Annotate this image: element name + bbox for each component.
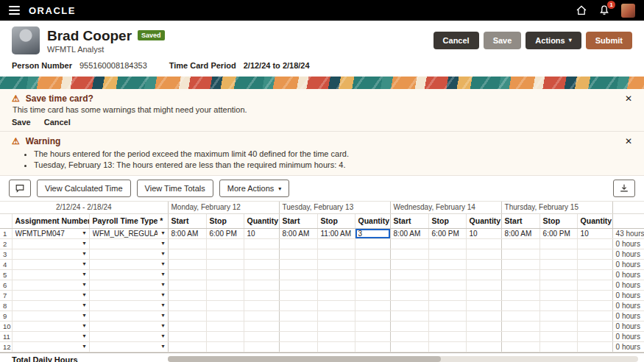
quantity-cell[interactable] xyxy=(244,259,279,269)
start-cell[interactable] xyxy=(168,290,206,300)
stop-cell[interactable] xyxy=(539,321,577,331)
start-cell[interactable] xyxy=(168,300,206,310)
start-cell[interactable] xyxy=(501,269,539,280)
stop-cell[interactable] xyxy=(428,300,466,310)
quantity-cell[interactable] xyxy=(244,321,279,331)
quantity-cell[interactable] xyxy=(577,259,612,269)
stop-cell[interactable]: 6:00 PM xyxy=(539,228,577,238)
quantity-cell[interactable] xyxy=(466,238,501,249)
comments-button[interactable] xyxy=(9,180,31,197)
dropdown-caret-icon[interactable]: ▾ xyxy=(82,271,85,277)
stop-cell[interactable] xyxy=(206,300,244,310)
payroll-time-type-cell[interactable]: ▾ xyxy=(89,238,168,249)
stop-cell[interactable] xyxy=(206,341,244,352)
start-cell[interactable] xyxy=(390,249,428,259)
home-button[interactable] xyxy=(576,4,587,16)
start-cell[interactable] xyxy=(390,341,428,352)
payroll-time-type-cell[interactable]: ▾ xyxy=(89,321,168,331)
quantity-cell[interactable] xyxy=(355,300,390,310)
dropdown-caret-icon[interactable]: ▾ xyxy=(162,312,165,319)
stop-cell[interactable]: 6:00 PM xyxy=(206,228,244,238)
quantity-cell[interactable] xyxy=(355,310,390,321)
quantity-cell[interactable] xyxy=(466,290,501,300)
user-avatar[interactable] xyxy=(621,4,635,18)
view-calculated-time-button[interactable]: View Calculated Time xyxy=(37,180,131,197)
quantity-cell[interactable] xyxy=(577,310,612,321)
start-cell[interactable] xyxy=(390,290,428,300)
payroll-time-type-cell[interactable]: ▾ xyxy=(89,331,168,341)
stop-cell[interactable]: 6:00 PM xyxy=(428,228,466,238)
payroll-time-type-cell[interactable]: ▾ xyxy=(89,280,168,290)
stop-cell[interactable] xyxy=(428,341,466,352)
stop-cell[interactable] xyxy=(206,249,244,259)
stop-cell[interactable] xyxy=(428,290,466,300)
stop-cell[interactable] xyxy=(539,331,577,341)
stop-cell[interactable] xyxy=(539,300,577,310)
stop-cell[interactable] xyxy=(317,331,355,341)
quantity-cell[interactable] xyxy=(244,238,279,249)
stop-cell[interactable] xyxy=(539,280,577,290)
dropdown-caret-icon[interactable]: ▾ xyxy=(82,240,85,246)
stop-cell[interactable] xyxy=(317,269,355,280)
start-cell[interactable] xyxy=(501,310,539,321)
stop-cell[interactable] xyxy=(206,238,244,249)
quantity-cell[interactable] xyxy=(355,321,390,331)
quantity-cell[interactable] xyxy=(577,280,612,290)
save-button[interactable]: Save xyxy=(484,32,522,49)
dropdown-caret-icon[interactable]: ▾ xyxy=(82,322,85,329)
assignment-number-cell[interactable]: ▾ xyxy=(12,300,89,310)
dropdown-caret-icon[interactable]: ▾ xyxy=(82,250,85,257)
quantity-cell[interactable] xyxy=(244,310,279,321)
quantity-cell[interactable] xyxy=(355,259,390,269)
quantity-cell[interactable] xyxy=(466,321,501,331)
start-cell[interactable] xyxy=(501,300,539,310)
quantity-cell[interactable] xyxy=(577,290,612,300)
start-cell[interactable] xyxy=(279,269,317,280)
stop-cell[interactable] xyxy=(428,238,466,249)
start-cell[interactable] xyxy=(279,341,317,352)
scrollbar-thumb[interactable] xyxy=(168,356,441,362)
stop-cell[interactable] xyxy=(317,280,355,290)
assignment-number-cell[interactable]: ▾ xyxy=(12,341,89,352)
quantity-cell[interactable]: 3 xyxy=(355,228,390,238)
stop-cell[interactable] xyxy=(428,259,466,269)
start-cell[interactable] xyxy=(168,331,206,341)
quantity-cell[interactable] xyxy=(244,290,279,300)
start-cell[interactable]: 8:00 AM xyxy=(279,228,317,238)
close-icon[interactable]: ✕ xyxy=(625,136,632,146)
banner-save-link[interactable]: Save xyxy=(12,118,31,127)
start-cell[interactable] xyxy=(168,341,206,352)
quantity-cell[interactable]: 10 xyxy=(466,228,501,238)
quantity-cell[interactable] xyxy=(466,249,501,259)
start-cell[interactable] xyxy=(279,300,317,310)
assignment-number-cell[interactable]: ▾ xyxy=(12,290,89,300)
start-cell[interactable] xyxy=(279,310,317,321)
dropdown-caret-icon[interactable]: ▾ xyxy=(162,260,165,267)
stop-cell[interactable] xyxy=(428,280,466,290)
stop-cell[interactable] xyxy=(317,300,355,310)
download-button[interactable] xyxy=(613,180,635,197)
dropdown-caret-icon[interactable]: ▾ xyxy=(162,240,165,246)
dropdown-caret-icon[interactable]: ▾ xyxy=(162,333,165,339)
dropdown-caret-icon[interactable]: ▾ xyxy=(162,281,165,288)
start-cell[interactable]: 8:00 AM xyxy=(501,228,539,238)
close-icon[interactable]: ✕ xyxy=(625,93,632,104)
payroll-time-type-cell[interactable]: ▾ xyxy=(89,341,168,352)
assignment-number-cell[interactable]: ▾ xyxy=(12,249,89,259)
stop-cell[interactable] xyxy=(317,321,355,331)
dropdown-caret-icon[interactable]: ▾ xyxy=(82,302,85,308)
assignment-number-cell[interactable]: ▾ xyxy=(12,269,89,280)
start-cell[interactable] xyxy=(501,290,539,300)
quantity-cell[interactable] xyxy=(466,300,501,310)
stop-cell[interactable] xyxy=(539,269,577,280)
assignment-number-cell[interactable]: ▾ xyxy=(12,238,89,249)
payroll-time-type-cell[interactable]: ▾ xyxy=(89,290,168,300)
quantity-cell[interactable] xyxy=(577,321,612,331)
start-cell[interactable] xyxy=(501,331,539,341)
stop-cell[interactable] xyxy=(539,290,577,300)
stop-cell[interactable] xyxy=(539,259,577,269)
quantity-cell[interactable] xyxy=(466,341,501,352)
dropdown-caret-icon[interactable]: ▾ xyxy=(162,302,165,308)
quantity-cell[interactable] xyxy=(577,249,612,259)
stop-cell[interactable] xyxy=(206,290,244,300)
